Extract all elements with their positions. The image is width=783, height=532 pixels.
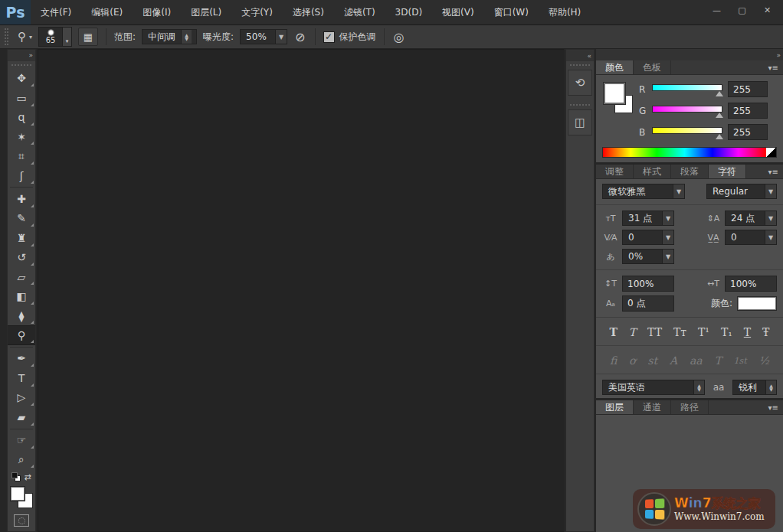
black-white-swatch[interactable] [766, 148, 776, 157]
stylistic-alternates-button[interactable]: aa [686, 354, 706, 367]
tab-styles[interactable]: 样式 [634, 165, 671, 178]
maximize-button[interactable]: ▢ [731, 3, 753, 17]
chevron-down-icon[interactable]: ▼ [765, 230, 776, 244]
baseline-shift-field[interactable]: 0 点 [622, 295, 674, 312]
tab-layers[interactable]: 图层 [596, 400, 634, 414]
panel-menu-icon[interactable]: ▾≡ [768, 60, 783, 74]
tool-rectangle[interactable]: ▰ [8, 407, 35, 426]
tool-hand[interactable]: ☞ [8, 431, 35, 450]
fractions-button[interactable]: ½ [755, 354, 772, 367]
collapse-to-icons-icon[interactable]: » [776, 51, 780, 59]
tab-paragraph[interactable]: 段落 [671, 165, 709, 178]
vertical-scale-field[interactable]: 100% [622, 276, 674, 292]
tool-preset-picker[interactable]: ⚲ ▾ [16, 30, 32, 44]
tool-path-selection[interactable]: ▷ [8, 388, 35, 407]
swap-colors-icon[interactable]: ⇄ [24, 472, 31, 482]
drag-handle[interactable] [570, 104, 590, 107]
tool-clone-stamp[interactable]: ♜ [8, 228, 35, 247]
airbrush-icon[interactable]: ⊘ [293, 30, 306, 44]
color-swatch-pair[interactable] [604, 83, 633, 113]
tool-brush[interactable]: ✎ [8, 209, 35, 228]
red-value-field[interactable]: 255 [728, 81, 768, 97]
tool-marquee[interactable]: ▭ [8, 88, 35, 107]
tool-paint-bucket[interactable]: ◧ [8, 286, 35, 305]
tool-eraser[interactable]: ▱ [8, 267, 35, 286]
tab-character[interactable]: 字符 [709, 165, 746, 178]
ordinals-button[interactable]: 1st [731, 355, 750, 367]
color-spectrum-ramp[interactable] [602, 147, 777, 158]
menu-image[interactable]: 图像(I) [133, 0, 181, 24]
green-value-field[interactable]: 255 [728, 103, 768, 119]
brush-preset-picker[interactable]: 65 ▾ [38, 27, 72, 47]
font-size-select[interactable]: 31 点 ▼ [622, 211, 674, 226]
tab-paths[interactable]: 路径 [671, 400, 709, 414]
history-panel-button[interactable]: ⟲ [568, 70, 592, 96]
horizontal-scale-field[interactable]: 100% [725, 276, 777, 292]
tool-type[interactable]: T [8, 368, 35, 387]
dock-strip-header[interactable]: « [566, 50, 594, 61]
contextual-alternates-button[interactable]: ơ [626, 354, 638, 367]
menu-edit[interactable]: 编辑(E) [81, 0, 133, 24]
slider-thumb[interactable] [716, 113, 723, 118]
language-select[interactable]: 美国英语 ▲▼ [602, 380, 705, 395]
drag-handle[interactable] [570, 64, 590, 67]
collapse-panel-icon[interactable]: » [28, 51, 32, 59]
spinner-icon[interactable]: ▲▼ [693, 380, 704, 394]
properties-panel-button[interactable]: ◫ [568, 109, 592, 135]
chevron-down-icon[interactable]: ▼ [662, 250, 673, 263]
tool-spot-healing[interactable]: ✚ [8, 189, 35, 208]
checkbox-checked-icon[interactable]: ✓ [323, 31, 335, 43]
tool-history-brush[interactable]: ↺ [8, 248, 35, 267]
chevron-down-icon[interactable]: ▼ [673, 184, 684, 198]
tool-move[interactable]: ✥ [8, 69, 35, 88]
menu-filter[interactable]: 滤镜(T) [334, 0, 385, 24]
red-slider[interactable] [652, 83, 722, 96]
tool-pen[interactable]: ✒ [8, 349, 35, 368]
dock-header[interactable]: » [596, 49, 783, 60]
panel-menu-icon[interactable]: ▾≡ [768, 165, 783, 178]
exposure-select[interactable]: 50% ▼ [240, 29, 287, 44]
default-colors-icon[interactable] [11, 472, 21, 481]
tool-lasso[interactable]: ɋ [8, 108, 35, 127]
menu-window[interactable]: 窗口(W) [484, 0, 539, 24]
menu-view[interactable]: 视图(V) [432, 0, 484, 24]
all-caps-button[interactable]: TT [644, 325, 665, 339]
tsume-select[interactable]: 0% ▼ [622, 249, 674, 264]
tool-eyedropper[interactable]: ʃ [8, 166, 35, 185]
tab-channels[interactable]: 通道 [634, 400, 671, 414]
menu-help[interactable]: 帮助(H) [539, 0, 591, 24]
tool-blur[interactable]: ⧫ [8, 306, 35, 325]
tool-crop[interactable]: ⌗ [8, 146, 35, 165]
underline-button[interactable]: T [741, 325, 754, 339]
close-button[interactable]: ✕ [756, 3, 778, 17]
minimize-button[interactable]: — [706, 3, 728, 17]
chevron-down-icon[interactable]: ▼ [765, 184, 776, 198]
tracking-select[interactable]: 0 ▼ [725, 230, 777, 245]
slider-thumb[interactable] [716, 91, 723, 96]
chevron-down-icon[interactable]: ▼ [275, 30, 287, 44]
spinner-icon[interactable]: ▲▼ [765, 380, 776, 394]
foreground-color-swatch[interactable] [604, 83, 625, 104]
swash-button[interactable]: A [667, 354, 680, 367]
canvas-area[interactable] [38, 49, 564, 532]
subscript-button[interactable]: T₁ [718, 325, 735, 339]
foreground-background-swatches[interactable] [10, 486, 33, 508]
menu-layer[interactable]: 图层(L) [181, 0, 231, 24]
leading-select[interactable]: 24 点 ▼ [725, 211, 777, 226]
green-slider[interactable] [652, 105, 722, 117]
tab-swatches[interactable]: 色板 [634, 60, 671, 74]
faux-bold-button[interactable]: T [606, 325, 620, 339]
tab-adjustments[interactable]: 调整 [596, 165, 634, 178]
chevron-down-icon[interactable]: ▼ [765, 211, 776, 225]
chevron-down-icon[interactable]: ▼ [662, 211, 673, 225]
menu-3d[interactable]: 3D(D) [385, 0, 432, 24]
tool-dodge[interactable]: ⚲ [8, 325, 35, 344]
titling-alternates-button[interactable]: T [711, 354, 724, 367]
tab-color[interactable]: 颜色 [596, 60, 634, 74]
spinner-icon[interactable]: ▲▼ [181, 30, 192, 44]
drag-handle[interactable] [11, 64, 31, 67]
default-colors-control[interactable]: ⇄ [8, 469, 35, 485]
tools-panel-header[interactable]: » [8, 50, 35, 61]
ligatures-button[interactable]: fi [607, 354, 620, 367]
toggle-brush-panel-button[interactable]: ▦ [78, 28, 98, 46]
